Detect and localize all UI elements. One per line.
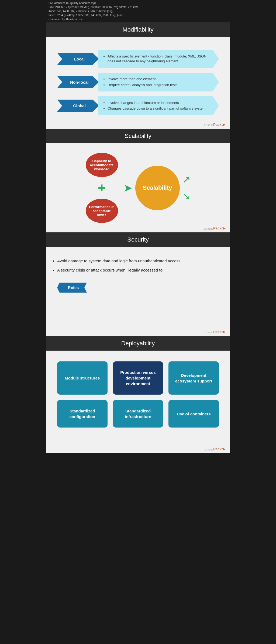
deployability-header: Deployability xyxy=(46,336,230,351)
local-label: Local xyxy=(57,53,99,65)
modifiability-timestamp: 22:32:23 xyxy=(204,124,213,127)
capacity-oval: Capacity to accommodate workload xyxy=(86,153,118,177)
security-bullet-1: A security crisis or attack occurs when … xyxy=(57,267,219,273)
deployability-timestamp: 22:34:12 xyxy=(204,448,213,451)
file-info-line2: Size: 24886912 bytes (23.19 MiB), durati… xyxy=(49,5,227,9)
performance-oval: Performance in acceptable limits xyxy=(86,199,118,223)
global-bullet-0: Involve changes in architecture or in el… xyxy=(108,100,214,105)
scalability-timestamp: 22:31:12 xyxy=(204,228,213,230)
global-label: Global xyxy=(57,100,99,112)
modifiability-slide: Local Affects a specific element - funct… xyxy=(46,37,230,129)
plus-icon: + xyxy=(98,181,106,195)
scalability-packt: Packt▶ xyxy=(213,226,225,230)
global-bullet-1: Changes cascade down to a significant pa… xyxy=(108,106,214,111)
deploy-card-5: Use of containers xyxy=(168,400,219,428)
deployability-slide: Module structures Production versus deve… xyxy=(46,351,230,453)
nonlocal-label: Non-local xyxy=(57,76,99,88)
right-arrow-icon: ➤ xyxy=(123,182,133,194)
nonlocal-row: Non-local Involve more than one element … xyxy=(57,73,219,91)
security-packt: Packt▶ xyxy=(213,330,225,334)
deploy-card-3: Standardized configuration xyxy=(57,400,108,428)
local-row: Local Affects a specific element - funct… xyxy=(57,50,219,68)
scalability-left: Capacity to accommodate workload + Perfo… xyxy=(86,153,118,223)
modifiability-header: Modifiability xyxy=(46,22,230,37)
deploy-card-1: Production versus development environmen… xyxy=(113,361,163,395)
roles-button[interactable]: Roles xyxy=(57,283,87,293)
security-timestamp: 22:33:12 xyxy=(204,331,213,334)
global-row: Global Involve changes in architecture o… xyxy=(57,96,219,115)
deploy-card-4: Standardized infrastructure xyxy=(113,400,163,428)
file-info-line3: Audio: aac, 44000 Hz, 2 channels, s16, 1… xyxy=(49,9,227,13)
scalability-header: Scalability xyxy=(46,129,230,143)
file-info-line4: Video: h264, yuv420p, 1920x1080, 145 kb/… xyxy=(49,13,227,17)
deploy-grid: Module structures Production versus deve… xyxy=(57,361,219,428)
diagonal-down-arrow-icon: ↘ xyxy=(182,191,191,202)
diagonal-up-arrow-icon: ↗ xyxy=(182,174,191,185)
scalability-right-arrows: ↗ ↘ xyxy=(182,174,191,202)
file-info: File: Architectural Quality Attributes.m… xyxy=(46,0,230,22)
local-bullet-0: Affects a specific element - function, c… xyxy=(108,54,214,64)
scalability-diagram: Capacity to accommodate workload + Perfo… xyxy=(54,153,222,223)
nonlocal-bullet-1: Require careful analysis and integration… xyxy=(108,83,214,87)
file-info-line1: File: Architectural Quality Attributes.m… xyxy=(49,1,227,5)
modifiability-packt: Packt▶ xyxy=(213,123,225,127)
security-bullet-0: Avoid damage to system data and logic fr… xyxy=(57,258,219,264)
security-header: Security xyxy=(46,232,230,247)
deploy-card-2: Development ecosystem support xyxy=(168,361,219,395)
file-info-line5: Generated by Thumbnail me xyxy=(49,17,227,21)
global-content: Involve changes in architecture or in el… xyxy=(98,96,219,115)
security-bullets: Avoid damage to system data and logic fr… xyxy=(57,258,219,273)
nonlocal-content: Involve more than one element Require ca… xyxy=(98,73,219,91)
scalability-circle: Scalability xyxy=(135,166,180,210)
scalability-slide: Capacity to accommodate workload + Perfo… xyxy=(46,143,230,232)
security-slide: Avoid damage to system data and logic fr… xyxy=(46,247,230,336)
nonlocal-bullet-0: Involve more than one element xyxy=(108,77,214,82)
deploy-card-0: Module structures xyxy=(57,361,108,395)
local-content: Affects a specific element - function, c… xyxy=(98,50,219,68)
deployability-packt: Packt▶ xyxy=(213,447,225,451)
